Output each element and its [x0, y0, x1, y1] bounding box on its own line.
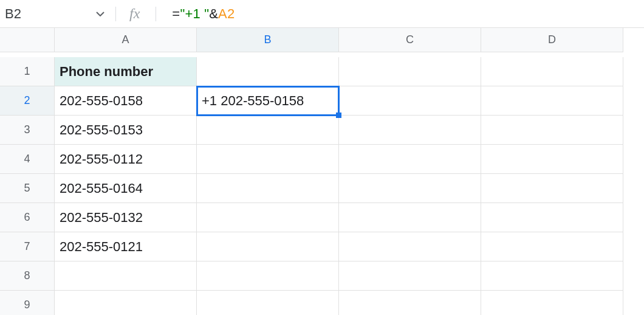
formula-input[interactable]: = "+1 " & A2	[156, 6, 235, 22]
cell-b7[interactable]	[197, 232, 339, 261]
row-header-5[interactable]: 5	[0, 174, 55, 203]
cell-b4[interactable]	[197, 145, 339, 174]
cell-b8[interactable]	[197, 261, 339, 291]
col-header-c[interactable]: C	[339, 28, 481, 52]
cell-d4[interactable]	[481, 145, 623, 174]
cell-c8[interactable]	[339, 261, 481, 291]
row-header-7[interactable]: 7	[0, 232, 55, 261]
cell-d2[interactable]	[481, 86, 623, 116]
cell-a8[interactable]	[55, 261, 197, 291]
cell-a3[interactable]: 202-555-0153	[55, 116, 197, 145]
row-header-1[interactable]: 1	[0, 57, 55, 86]
col-header-b[interactable]: B	[197, 28, 339, 52]
cell-b3[interactable]	[197, 116, 339, 145]
cell-b9[interactable]	[197, 291, 339, 315]
row-header-9[interactable]: 9	[0, 291, 55, 315]
chevron-down-icon[interactable]	[96, 12, 104, 16]
row-header-3[interactable]: 3	[0, 116, 55, 145]
formula-ref: A2	[218, 6, 235, 22]
fill-handle[interactable]	[336, 112, 341, 118]
col-header-d[interactable]: D	[481, 28, 623, 52]
cell-c1[interactable]	[339, 57, 481, 86]
cell-c7[interactable]	[339, 232, 481, 261]
cell-d1[interactable]	[481, 57, 623, 86]
cell-c5[interactable]	[339, 174, 481, 203]
row-header-8[interactable]: 8	[0, 261, 55, 291]
cell-d9[interactable]	[481, 291, 623, 315]
cell-c3[interactable]	[339, 116, 481, 145]
name-box[interactable]: B2	[0, 0, 115, 27]
cell-d5[interactable]	[481, 174, 623, 203]
row-header-4[interactable]: 4	[0, 145, 55, 174]
fx-icon[interactable]: fx	[116, 5, 156, 22]
cell-a2[interactable]: 202-555-0158	[55, 86, 197, 116]
cell-c6[interactable]	[339, 203, 481, 232]
name-box-value: B2	[5, 6, 21, 22]
cell-d3[interactable]	[481, 116, 623, 145]
cell-a7[interactable]: 202-555-0121	[55, 232, 197, 261]
cell-a1[interactable]: Phone number	[55, 57, 197, 86]
cell-d6[interactable]	[481, 203, 623, 232]
cell-a4[interactable]: 202-555-0112	[55, 145, 197, 174]
cell-c4[interactable]	[339, 145, 481, 174]
cell-b2[interactable]: +1 202-555-0158	[197, 86, 339, 116]
formula-operator: &	[209, 6, 218, 22]
cell-b1[interactable]	[197, 57, 339, 86]
cell-c2[interactable]	[339, 86, 481, 116]
cell-b5[interactable]	[197, 174, 339, 203]
formula-bar: B2 fx = "+1 " & A2	[0, 0, 644, 28]
cell-c9[interactable]	[339, 291, 481, 315]
row-header-2[interactable]: 2	[0, 86, 55, 116]
col-header-a[interactable]: A	[55, 28, 197, 52]
row-header-6[interactable]: 6	[0, 203, 55, 232]
select-all-corner[interactable]	[0, 28, 55, 52]
cell-a6[interactable]: 202-555-0132	[55, 203, 197, 232]
cell-d7[interactable]	[481, 232, 623, 261]
cell-d8[interactable]	[481, 261, 623, 291]
spreadsheet-grid: A B C D 1 Phone number 2 202-555-0158 +1…	[0, 28, 644, 315]
cell-a9[interactable]	[55, 291, 197, 315]
formula-equals: =	[172, 6, 180, 22]
cell-b6[interactable]	[197, 203, 339, 232]
cell-a5[interactable]: 202-555-0164	[55, 174, 197, 203]
formula-string: "+1 "	[180, 6, 209, 22]
